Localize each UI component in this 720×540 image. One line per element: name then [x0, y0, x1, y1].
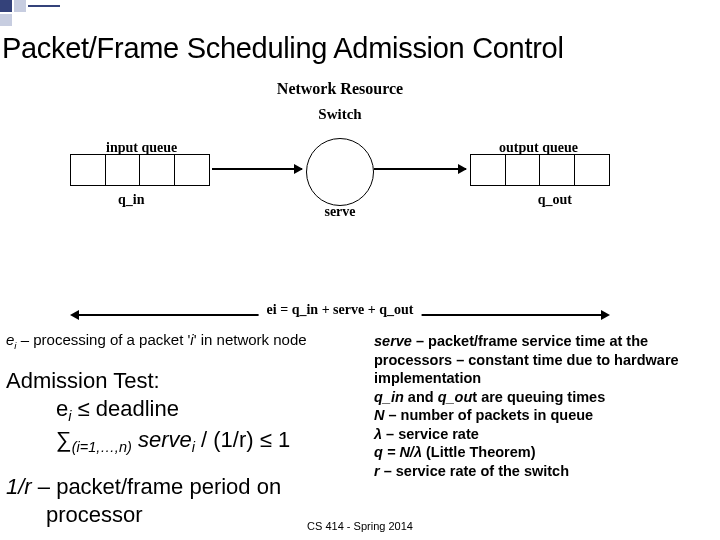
ei-description: ei – processing of a packet 'i' in netwo… — [6, 330, 374, 353]
def-q: q = N/λ (Little Theorem) — [374, 443, 714, 462]
footer: CS 414 - Spring 2014 — [307, 520, 413, 532]
q-out-label: q_out — [538, 192, 572, 208]
page-title: Packet/Frame Scheduling Admission Contro… — [0, 0, 720, 73]
def-n: N – number of packets in queue — [374, 406, 714, 425]
arrow-switch-to-out — [374, 168, 466, 170]
svg-rect-3 — [28, 5, 60, 7]
period-line-1: 1/r – packet/frame period on — [6, 473, 374, 501]
svg-rect-1 — [14, 0, 26, 12]
q-in-label: q_in — [118, 192, 144, 208]
input-queue-box — [70, 154, 210, 186]
switch-label: Switch — [318, 106, 361, 123]
def-lambda: λ – service rate — [374, 425, 714, 444]
def-r: r – service rate of the switch — [374, 462, 714, 481]
def-qin-qout: q_in and q_out are queuing times — [374, 388, 714, 407]
switch-circle — [306, 138, 374, 206]
right-column: serve – packet/frame service time at the… — [374, 330, 714, 534]
network-resource-label: Network Resource — [60, 80, 620, 98]
ei-equation: ei = q_in + serve + q_out — [259, 302, 422, 318]
arrow-in-to-switch — [212, 168, 302, 170]
admission-test-title: Admission Test: — [6, 367, 374, 395]
bi-arrow: ei = q_in + serve + q_out — [70, 304, 610, 326]
slide: Packet/Frame Scheduling Admission Contro… — [0, 0, 720, 540]
left-column: ei – processing of a packet 'i' in netwo… — [6, 330, 374, 534]
def-serve: serve – packet/frame service time at the… — [374, 332, 714, 388]
output-queue-box — [470, 154, 610, 186]
admission-line-1: ei ≤ deadline — [6, 395, 374, 426]
admission-line-2: ∑(i=1,…,n) servei / (1/r) ≤ 1 — [6, 426, 374, 457]
lower-content: ei – processing of a packet 'i' in netwo… — [6, 330, 714, 534]
corner-decoration — [0, 0, 60, 28]
network-diagram: Network Resource Switch input queue outp… — [60, 80, 620, 228]
serve-label: serve — [324, 204, 355, 220]
svg-rect-0 — [0, 0, 12, 12]
svg-rect-2 — [0, 14, 12, 26]
